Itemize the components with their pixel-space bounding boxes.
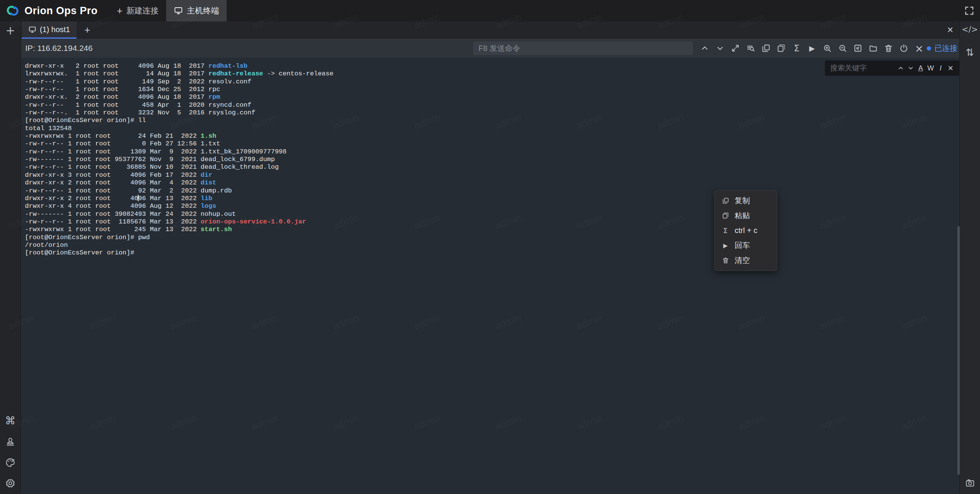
zoom-out-icon	[838, 44, 847, 53]
regex-button[interactable]: I	[936, 63, 946, 73]
new-terminal-button[interactable]: +	[5, 24, 15, 37]
status-dot-icon	[927, 46, 931, 51]
connection-status: 已连接	[927, 39, 957, 58]
send-enter-button[interactable]: ▶	[806, 42, 818, 54]
zoom-in-icon	[823, 44, 832, 53]
menu-item-enter-label: 回车	[735, 240, 750, 251]
host-ip-label: IP: 116.62.194.246	[25, 39, 93, 58]
menu-item-paste[interactable]: 粘贴	[715, 208, 777, 223]
menu-item-paste-label: 粘贴	[735, 210, 750, 221]
scroll-up-button[interactable]	[699, 42, 711, 54]
terminal-output[interactable]: drwxr-xr-x 2 root root 4096 Aug 18 2017 …	[21, 58, 959, 494]
terminal-line: -rw-r--r-- 1 root root 1634 Dec 25 2012 …	[25, 86, 956, 93]
copy-button[interactable]	[760, 42, 772, 54]
new-tab-button[interactable]: +	[80, 21, 95, 39]
search-list-icon	[746, 44, 755, 53]
menu-item-enter[interactable]: ▶ 回车	[715, 238, 777, 253]
search-prev-button[interactable]	[896, 63, 906, 73]
folder-icon	[869, 44, 878, 53]
close-icon: ×	[915, 42, 924, 54]
chevron-down-icon	[907, 65, 914, 72]
terminal-settings-button[interactable]	[852, 42, 864, 54]
send-ctrl-c-button[interactable]: Σ	[791, 42, 803, 54]
tab-host1-label: (1) host1	[40, 25, 70, 34]
search-next-button[interactable]	[906, 63, 916, 73]
terminal-line: [root@OrionEcsServer orion]# pwd	[25, 234, 956, 241]
send-command-input[interactable]	[473, 41, 693, 55]
plus-icon: +	[117, 6, 122, 16]
fullscreen-button[interactable]	[964, 5, 975, 16]
terminal-line: -rwxrwxrwx 1 root root 245 Mar 13 2022 s…	[25, 226, 956, 233]
terminal-line: -rw-r--r-- 1 root root 1309 Mar 9 2022 1…	[25, 148, 956, 156]
palette-icon	[5, 458, 16, 468]
paste-icon	[722, 212, 729, 219]
terminal-line: [root@OrionEcsServer orion]#	[25, 249, 956, 257]
terminal-line: -rw------- 1 root root 39082493 Mar 24 2…	[25, 210, 956, 218]
menu-item-clear-label: 清空	[735, 255, 750, 266]
stamp-icon	[5, 437, 16, 447]
nav-new-connection[interactable]: + 新建连接	[109, 0, 166, 21]
code-panel-button[interactable]: </>	[962, 25, 978, 34]
left-sidebar: + ⌘	[0, 21, 21, 494]
menu-item-copy[interactable]: 复制	[715, 193, 777, 208]
sidebar-item-commands[interactable]: ⌘	[5, 414, 16, 427]
terminal-line: -rw-r--r-- 1 root root 458 Apr 1 2020 rs…	[25, 101, 956, 109]
paste-button[interactable]	[775, 42, 787, 54]
terminal-line: drwxr-xr-x 2 root root 4096 Aug 18 2017 …	[25, 62, 956, 70]
terminal-line: drwxr-xr-x 3 root root 4096 Feb 17 2022 …	[25, 171, 956, 179]
terminal-scrollbar[interactable]	[957, 226, 960, 475]
nav-new-connection-label: 新建连接	[126, 5, 158, 16]
search-output-button[interactable]	[745, 42, 757, 54]
disconnect-button[interactable]	[898, 42, 910, 54]
code-box-icon	[853, 44, 862, 53]
terminal-toolbar: IP: 116.62.194.246 Σ	[21, 39, 959, 58]
monitor-icon	[28, 26, 36, 34]
menu-item-copy-label: 复制	[735, 196, 750, 206]
close-terminal-button[interactable]: ×	[913, 42, 925, 54]
terminal-line: -rw-r--r--. 1 root root 3232 Nov 5 2016 …	[25, 109, 956, 117]
terminal-line: drwxr-xr-x 2 root root 4096 Mar 13 2022 …	[25, 195, 956, 202]
app-window: Orion Ops Pro + 新建连接 主机终端 + ⌘	[0, 0, 980, 494]
trash-icon	[722, 257, 729, 264]
scroll-down-button[interactable]	[714, 42, 726, 54]
toolbar-icons: Σ ▶ ×	[699, 42, 925, 54]
brand-logo-icon	[5, 3, 21, 19]
terminal-tab-bar: (1) host1 + ×	[21, 21, 959, 39]
menu-item-ctrl-c[interactable]: Σ ctrl + c	[715, 223, 777, 238]
menu-item-clear[interactable]: 清空	[715, 253, 777, 268]
sidebar-item-stamp[interactable]	[5, 437, 16, 447]
whole-word-button[interactable]: W	[926, 63, 936, 73]
terminal-line: -rw-r--r-- 1 root root 0 Feb 27 12:56 1.…	[25, 140, 956, 148]
sftp-button[interactable]	[867, 42, 879, 54]
chevron-down-icon	[715, 44, 725, 53]
right-sidebar: </> ⇅	[959, 21, 980, 494]
search-input[interactable]	[830, 64, 896, 72]
search-close-button[interactable]: ×	[946, 63, 956, 73]
font-zoom-out-button[interactable]	[836, 42, 849, 54]
sidebar-item-theme[interactable]	[5, 458, 16, 468]
play-icon: ▶	[722, 242, 729, 249]
terminal-line: -rw-r--r-- 1 root root 36885 Nov 10 2021…	[25, 163, 956, 171]
match-case-button[interactable]: A	[916, 63, 926, 73]
play-icon: ▶	[809, 44, 815, 52]
camera-icon	[965, 478, 975, 488]
screenshot-button[interactable]	[965, 478, 975, 488]
menu-item-ctrl-c-label: ctrl + c	[735, 226, 757, 235]
chevron-up-icon	[700, 44, 709, 53]
nav-host-terminal-label: 主机终端	[187, 5, 219, 16]
expand-icon	[731, 44, 740, 53]
nav-host-terminal[interactable]: 主机终端	[166, 0, 227, 21]
terminal-line: /root/orion	[25, 241, 956, 249]
expand-terminal-button[interactable]	[729, 42, 742, 54]
tab-host1[interactable]: (1) host1	[22, 21, 77, 39]
sidebar-item-settings[interactable]	[5, 478, 16, 489]
font-zoom-in-button[interactable]	[821, 42, 833, 54]
paste-icon	[777, 44, 786, 53]
clear-button[interactable]	[882, 42, 895, 54]
terminal-line: drwxr-xr-x. 2 root root 4096 Aug 18 2017…	[25, 93, 956, 101]
terminal-line: -rwxrwxrwx 1 root root 24 Feb 21 2022 1.…	[25, 132, 956, 140]
sigma-icon: Σ	[794, 43, 800, 53]
sigma-icon: Σ	[722, 227, 729, 235]
close-all-tabs-button[interactable]: ×	[947, 21, 953, 39]
swap-vertical-button[interactable]: ⇅	[966, 47, 974, 58]
